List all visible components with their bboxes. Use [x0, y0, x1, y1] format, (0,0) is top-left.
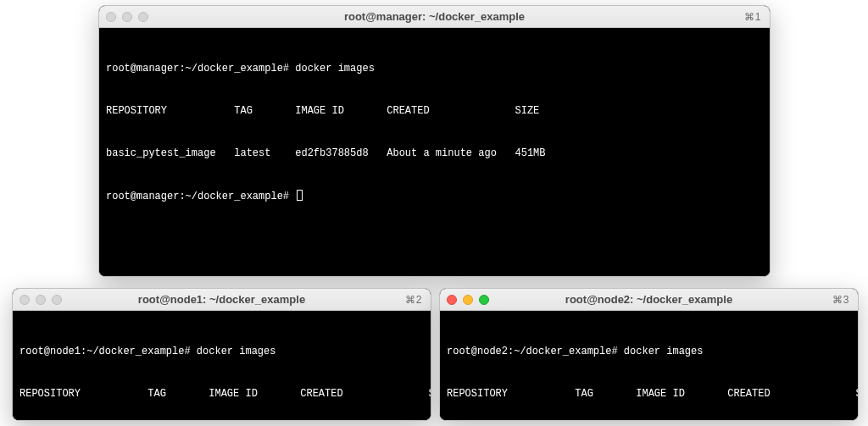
zoom-icon[interactable] — [479, 295, 489, 305]
terminal-window-node1[interactable]: root@node1: ~/docker_example ⌘2 root@nod… — [12, 288, 431, 421]
minimize-icon[interactable] — [36, 295, 46, 305]
titlebar[interactable]: root@manager: ~/docker_example ⌘1 — [99, 6, 770, 28]
prompt: root@manager:~/docker_example# — [106, 191, 295, 202]
prompt: root@node2:~/docker_example# — [447, 346, 624, 357]
table-header: REPOSITORY TAG IMAGE ID CREATED SIZE — [447, 387, 851, 401]
table-header: REPOSITORY TAG IMAGE ID CREATED SIZE — [106, 104, 763, 119]
close-icon[interactable] — [447, 295, 457, 305]
command-line: root@node2:~/docker_example# docker imag… — [447, 345, 851, 359]
window-shortcut: ⌘2 — [405, 294, 422, 306]
close-icon[interactable] — [106, 12, 116, 22]
titlebar[interactable]: root@node2: ~/docker_example ⌘3 — [440, 289, 858, 311]
window-shortcut: ⌘3 — [832, 294, 849, 306]
terminal-body[interactable]: root@manager:~/docker_example# docker im… — [99, 28, 770, 276]
prompt: root@node1:~/docker_example# — [19, 346, 197, 357]
command-line: root@node1:~/docker_example# docker imag… — [19, 345, 424, 359]
traffic-lights — [19, 295, 62, 305]
terminal-body[interactable]: root@node2:~/docker_example# docker imag… — [440, 311, 858, 420]
terminal-window-manager[interactable]: root@manager: ~/docker_example ⌘1 root@m… — [98, 5, 771, 277]
window-title: root@manager: ~/docker_example — [99, 10, 770, 23]
minimize-icon[interactable] — [122, 12, 132, 22]
minimize-icon[interactable] — [463, 295, 473, 305]
terminal-window-node2[interactable]: root@node2: ~/docker_example ⌘3 root@nod… — [439, 288, 859, 421]
command-line: root@manager:~/docker_example# docker im… — [106, 62, 763, 76]
zoom-icon[interactable] — [52, 295, 62, 305]
titlebar[interactable]: root@node1: ~/docker_example ⌘2 — [13, 289, 431, 311]
window-title: root@node2: ~/docker_example — [440, 293, 858, 306]
prompt-line: root@manager:~/docker_example# — [106, 190, 763, 204]
traffic-lights — [106, 12, 148, 22]
command-text: docker images — [197, 346, 276, 357]
table-header: REPOSITORY TAG IMAGE ID CREATED SIZE — [19, 387, 424, 401]
terminal-body[interactable]: root@node1:~/docker_example# docker imag… — [13, 311, 431, 420]
table-row: basic_pytest_image latest ed2fb37885d8 A… — [106, 147, 763, 161]
prompt: root@manager:~/docker_example# — [106, 63, 295, 75]
close-icon[interactable] — [19, 295, 30, 305]
window-shortcut: ⌘1 — [744, 11, 761, 23]
command-text: docker images — [624, 346, 704, 357]
traffic-lights — [447, 295, 489, 305]
command-text: docker images — [295, 63, 375, 75]
window-title: root@node1: ~/docker_example — [13, 293, 431, 306]
cursor-icon — [297, 190, 303, 201]
zoom-icon[interactable] — [138, 12, 148, 22]
